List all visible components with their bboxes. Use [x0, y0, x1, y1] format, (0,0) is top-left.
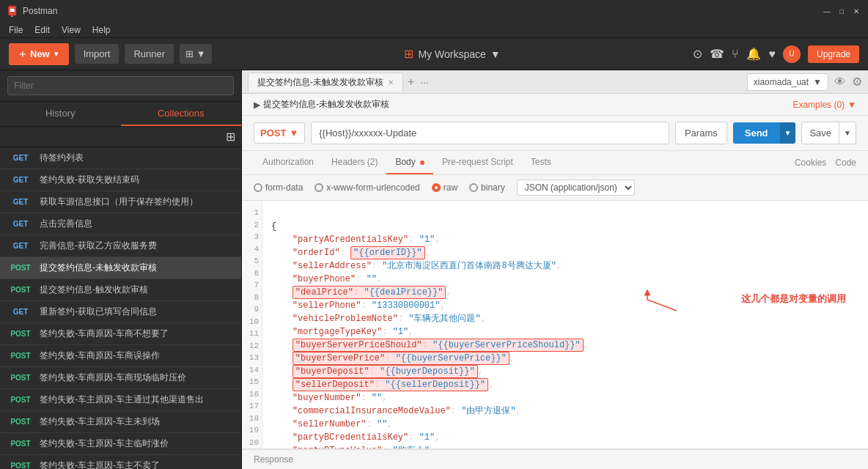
new-button[interactable]: ＋ New ▼	[9, 43, 69, 65]
list-item[interactable]: POST 签约失败-车主原因-车主未到场	[0, 411, 241, 433]
dropdown-arrow-icon: ▼	[53, 50, 60, 58]
eye-icon[interactable]: 👁	[834, 75, 846, 89]
radio-urlencoded[interactable]: x-www-form-urlencoded	[315, 182, 419, 193]
sidebar-toolbar: ⊞	[0, 127, 241, 147]
method-badge: GET	[7, 241, 34, 251]
send-dropdown-button[interactable]: ▼	[780, 122, 796, 144]
radio-binary[interactable]: binary	[469, 182, 505, 193]
cookies-link[interactable]: Cookies	[795, 152, 826, 174]
list-item[interactable]: POST 签约失败-车主原因-车主通过其他渠道售出	[0, 389, 241, 411]
method-badge: POST	[7, 263, 34, 273]
method-select[interactable]: POST ▼	[254, 122, 305, 144]
code-lines: 12345 678910 1112131415 1617181920 21 { …	[242, 201, 868, 449]
examples-label: Examples (0)	[792, 100, 845, 110]
list-item[interactable]: GET 签约失败-获取失败结束码	[0, 169, 241, 191]
runner-button[interactable]: Runner	[125, 44, 174, 64]
menubar: File Edit View Help	[0, 22, 868, 38]
app-icon: 📮	[6, 5, 18, 17]
phone-icon[interactable]: ☎	[710, 47, 724, 61]
tab-history[interactable]: History	[0, 102, 121, 126]
radar-icon[interactable]: ⊙	[693, 47, 702, 61]
maximize-button[interactable]: □	[836, 5, 847, 17]
upgrade-button[interactable]: Upgrade	[808, 45, 859, 63]
save-button[interactable]: Save	[801, 122, 839, 144]
toolbar: ＋ New ▼ Import Runner ⊞ ▼ ⊞ My Workspace…	[0, 38, 868, 70]
tab-tests[interactable]: Tests	[522, 151, 560, 174]
item-label: 签约失败-车主原因-车主临时涨价	[40, 437, 234, 450]
item-label: 签约失败-车主原因-车主不卖了	[40, 459, 234, 469]
add-collection-icon[interactable]: ⊞	[226, 130, 235, 144]
list-item-active[interactable]: POST 提交签约信息-未触发收款审核	[0, 257, 241, 279]
method-badge: GET	[7, 197, 34, 207]
heart-icon[interactable]: ♥	[768, 48, 776, 61]
params-button[interactable]: Params	[675, 122, 727, 144]
url-input[interactable]	[311, 122, 669, 144]
close-button[interactable]: ✕	[850, 5, 862, 17]
save-dropdown-button[interactable]: ▼	[839, 122, 856, 144]
radio-raw[interactable]: raw	[432, 182, 457, 193]
list-item[interactable]: GET 重新签约-获取已填写合同信息 ···	[0, 301, 241, 323]
radio-dot	[469, 183, 478, 192]
response-bar: Response	[242, 449, 868, 469]
line-numbers: 12345 678910 1112131415 1617181920 21	[242, 201, 262, 449]
item-label: 签约失败-车主原因-车主通过其他渠道售出	[40, 394, 234, 406]
method-badge: GET	[7, 175, 34, 185]
method-label: POST	[260, 128, 286, 139]
list-item[interactable]: POST 签约失败-车商原因-车商误操作	[0, 345, 241, 367]
tab-close-icon[interactable]: ✕	[388, 78, 394, 86]
more-tabs-button[interactable]: ···	[417, 76, 432, 88]
code-link[interactable]: Code	[835, 152, 856, 174]
send-button[interactable]: Send	[733, 122, 780, 144]
list-item[interactable]: POST 签约失败-车主原因-车主临时涨价	[0, 433, 241, 455]
avatar[interactable]: U	[783, 45, 801, 63]
add-tab-button[interactable]: +	[405, 75, 417, 89]
list-item[interactable]: POST 签约失败-车商原因-车商不想要了	[0, 323, 241, 345]
minimize-button[interactable]: —	[821, 5, 833, 17]
radio-dot	[315, 183, 323, 192]
item-label: 获取车源信息接口（用于保存签约使用）	[40, 196, 234, 208]
environment-selector[interactable]: xiaomada_uat ▼	[747, 73, 828, 91]
list-item[interactable]: POST 签约失败-车商原因-车商现场临时压价	[0, 367, 241, 389]
import-button[interactable]: Import	[75, 44, 119, 64]
radio-form-data[interactable]: form-data	[254, 182, 303, 193]
fork-icon[interactable]: ⑂	[732, 48, 739, 61]
method-badge: POST	[7, 395, 34, 405]
tab-collections[interactable]: Collections	[121, 102, 242, 126]
tab-authorization[interactable]: Authorization	[254, 151, 323, 174]
list-item[interactable]: POST 提交签约信息-触发收款审核	[0, 279, 241, 301]
menu-edit[interactable]: Edit	[29, 23, 56, 37]
menu-view[interactable]: View	[56, 23, 87, 37]
workspace-center: ⊞ My Workspace ▼	[218, 47, 688, 61]
radio-dot	[254, 183, 262, 192]
bell-icon[interactable]: 🔔	[746, 47, 761, 61]
list-item[interactable]: GET 点击完善信息	[0, 213, 241, 235]
response-label: Response	[254, 454, 293, 465]
toolbar-right: ⊙ ☎ ⑂ 🔔 ♥ U Upgrade	[693, 45, 859, 63]
json-format-select[interactable]: JSON (application/json)	[517, 180, 635, 196]
workspace-label[interactable]: ⊞ My Workspace ▼	[404, 47, 500, 61]
item-label: 完善信息-获取乙方应收服务费	[40, 240, 234, 252]
request-tab[interactable]: 提交签约信息-未触发发收款审核 ✕	[248, 73, 403, 92]
item-label: 提交签约信息-未触发收款审核	[40, 262, 234, 274]
tab-body[interactable]: Body	[386, 151, 433, 174]
list-item[interactable]: POST 签约失败-车主原因-车主不卖了	[0, 455, 241, 469]
list-item[interactable]: GET 完善信息-获取乙方应收服务费	[0, 235, 241, 257]
list-item[interactable]: GET 待签约列表	[0, 147, 241, 169]
examples-link[interactable]: Examples (0) ▼	[792, 100, 856, 110]
menu-file[interactable]: File	[3, 23, 29, 37]
settings-icon[interactable]: ⚙	[852, 75, 862, 89]
body-options: form-data x-www-form-urlencoded raw bina…	[242, 175, 868, 201]
search-input[interactable]	[7, 76, 234, 95]
workspace-dropdown-icon: ▼	[490, 48, 501, 60]
menu-help[interactable]: Help	[87, 23, 117, 37]
item-label: 提交签约信息-触发收款审核	[40, 284, 234, 296]
sync-button[interactable]: ⊞ ▼	[180, 44, 211, 64]
tab-headers[interactable]: Headers (2)	[323, 151, 386, 174]
method-badge: GET	[7, 219, 34, 229]
item-label: 签约失败-车商原因-车商现场临时压价	[40, 372, 234, 384]
tab-pre-request[interactable]: Pre-request Script	[433, 151, 522, 174]
tabs-bar: 提交签约信息-未触发发收款审核 ✕ + ··· xiaomada_uat ▼ 👁…	[242, 70, 868, 94]
list-item[interactable]: GET 获取车源信息接口（用于保存签约使用）	[0, 191, 241, 213]
code-editor[interactable]: 12345 678910 1112131415 1617181920 21 { …	[242, 201, 868, 449]
request-line: POST ▼ Params Send ▼ Save ▼	[242, 116, 868, 151]
